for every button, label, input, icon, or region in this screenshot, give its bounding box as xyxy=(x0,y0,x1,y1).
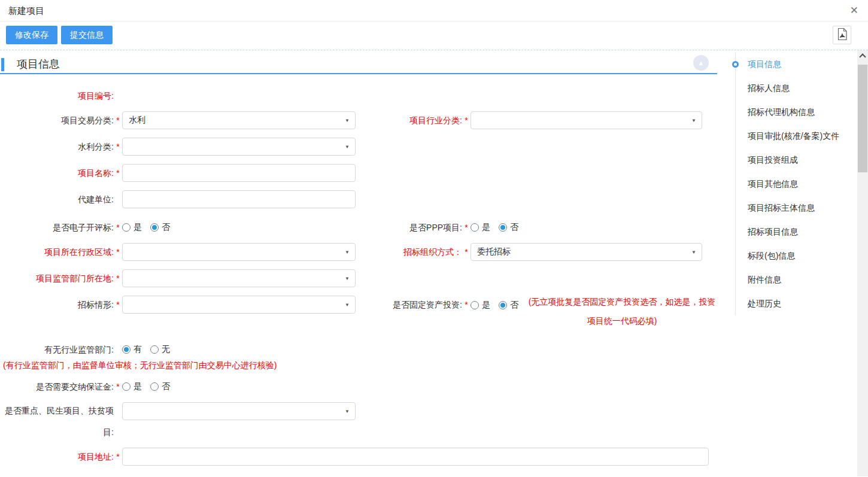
required-marker: * xyxy=(462,247,471,257)
required-marker: * xyxy=(114,223,122,232)
row-deposit: 是否需要交纳保证金: * 是 否 xyxy=(0,381,717,393)
nav-item-agency-info[interactable]: 招标代理机构信息 xyxy=(736,100,855,124)
ppp-yes-radio[interactable] xyxy=(471,223,479,232)
trade-category-value: 水利 xyxy=(129,115,145,126)
deposit-no-radio[interactable] xyxy=(150,382,159,391)
supervisor-location-select[interactable] xyxy=(122,269,356,287)
e-bid-open-no-label: 否 xyxy=(162,222,170,233)
trade-category-select[interactable]: 水利 xyxy=(122,111,356,129)
industry-supervisor-no-label: 无 xyxy=(162,344,170,355)
industry-supervisor-no-radio[interactable] xyxy=(150,345,159,354)
nav-item-approval-files[interactable]: 项目审批(核准/备案)文件 xyxy=(736,124,855,148)
row-bid-situation-fixed-asset: 招标情形: * 是否固定资产投资: * 是 否 (无立项批复是否固定资产投资选否… xyxy=(0,296,717,330)
required-marker: * xyxy=(114,274,122,283)
address-label: 项目地址: xyxy=(0,451,114,463)
bid-situation-label: 招标情形: xyxy=(0,296,114,314)
row-water-category: 水利分类: * xyxy=(0,138,717,156)
nav-item-project-info[interactable]: 项目信息 xyxy=(736,52,855,76)
org-mode-label: 招标组织方式： xyxy=(360,246,462,258)
section-accent-bar xyxy=(1,58,4,71)
pdf-file-icon xyxy=(836,28,848,42)
scrollbar-thumb[interactable] xyxy=(858,65,867,172)
build-agent-label: 代建单位: xyxy=(0,193,114,205)
fixed-asset-radio-group: 是 否 xyxy=(471,300,527,311)
toolbar: 修改保存 提交信息 xyxy=(0,22,868,50)
fixed-asset-no-label: 否 xyxy=(510,300,518,311)
nav-item-bid-subject[interactable]: 项目招标主体信息 xyxy=(736,196,855,220)
row-project-number: 项目编号: xyxy=(0,90,717,102)
row-region-orgmode: 项目所在行政区域: * 招标组织方式： * 委托招标 xyxy=(0,243,717,261)
ppp-label: 是否PPP项目: xyxy=(360,221,462,233)
required-marker: * xyxy=(114,116,122,125)
e-bid-open-yes-label: 是 xyxy=(133,222,142,233)
row-key-project: 是否重点、民生项目、扶贫项目: xyxy=(0,402,717,438)
org-mode-value: 委托招标 xyxy=(477,247,511,257)
nav-item-other-info[interactable]: 项目其他信息 xyxy=(736,172,855,196)
project-name-label: 项目名称: xyxy=(0,167,114,179)
pdf-export-button[interactable] xyxy=(833,26,851,44)
e-bid-open-no-radio[interactable] xyxy=(150,223,159,232)
nav-item-label: 招标人信息 xyxy=(748,83,790,93)
required-marker: * xyxy=(462,116,471,125)
industry-supervisor-yes-radio[interactable] xyxy=(122,345,130,354)
required-marker: * xyxy=(114,247,122,257)
nav-item-investment[interactable]: 项目投资组成 xyxy=(736,148,855,172)
nav-item-bidder-info[interactable]: 招标人信息 xyxy=(736,76,855,100)
industry-category-select[interactable] xyxy=(471,111,702,129)
ppp-no-radio[interactable] xyxy=(499,223,507,232)
nav-item-label: 招标代理机构信息 xyxy=(748,107,815,117)
row-address: 项目地址: * xyxy=(0,448,717,466)
admin-region-label: 项目所在行政区域: xyxy=(0,246,114,258)
industry-supervisor-label: 有无行业监管部门: xyxy=(0,344,114,356)
industry-supervisor-yes-label: 有 xyxy=(133,344,142,355)
nav-item-bid-project-info[interactable]: 招标项目信息 xyxy=(736,220,855,244)
address-input[interactable] xyxy=(122,448,709,466)
section-header: 项目信息 ▲ xyxy=(0,56,717,74)
required-marker: * xyxy=(114,168,122,178)
deposit-yes-radio[interactable] xyxy=(122,382,130,391)
row-project-name: 项目名称: * xyxy=(0,164,717,182)
project-name-input[interactable] xyxy=(122,164,356,182)
save-button[interactable]: 修改保存 xyxy=(6,26,57,44)
industry-supervisor-note: (有行业监管部门，由监督单位审核；无行业监管部门由交易中心进行核验) xyxy=(0,359,717,371)
section-title: 项目信息 xyxy=(17,57,60,71)
section-nav: 项目信息 招标人信息 招标代理机构信息 项目审批(核准/备案)文件 项目投资组成… xyxy=(735,52,855,315)
submit-button[interactable]: 提交信息 xyxy=(61,26,113,44)
nav-item-section-package[interactable]: 标段(包)信息 xyxy=(736,244,855,268)
deposit-yes-label: 是 xyxy=(133,381,142,392)
nav-item-label: 项目投资组成 xyxy=(748,155,798,165)
fixed-asset-yes-label: 是 xyxy=(482,300,490,311)
key-project-select[interactable] xyxy=(122,402,356,420)
collapse-section-button[interactable]: ▲ xyxy=(693,55,709,71)
row-build-agent: 代建单位: xyxy=(0,190,717,208)
required-marker: * xyxy=(114,296,122,314)
row-categories: 项目交易分类: * 水利 项目行业分类: * xyxy=(0,111,717,129)
project-number-label: 项目编号: xyxy=(0,90,114,102)
e-bid-open-radio-group: 是 否 xyxy=(122,222,178,233)
required-marker: * xyxy=(462,296,471,314)
nav-item-label: 项目招标主体信息 xyxy=(748,203,815,212)
admin-region-select[interactable] xyxy=(122,243,356,261)
build-agent-input[interactable] xyxy=(122,190,356,208)
nav-item-attachments[interactable]: 附件信息 xyxy=(736,268,855,291)
fixed-asset-no-radio[interactable] xyxy=(499,301,507,309)
dialog-titlebar: 新建项目 ✕ xyxy=(0,0,868,22)
project-info-form: 项目信息 ▲ 项目编号: 项目交易分类: * 水利 项目行业分类: * xyxy=(0,50,717,474)
vertical-scrollbar[interactable] xyxy=(857,50,868,476)
ppp-radio-group: 是 否 xyxy=(471,222,527,233)
ppp-yes-label: 是 xyxy=(482,222,490,233)
close-icon[interactable]: ✕ xyxy=(850,0,858,22)
org-mode-select[interactable]: 委托招标 xyxy=(471,243,702,261)
fixed-asset-yes-radio[interactable] xyxy=(471,301,479,309)
nav-item-history[interactable]: 处理历史 xyxy=(736,291,855,315)
deposit-label: 是否需要交纳保证金: xyxy=(0,381,114,393)
fixed-asset-note: (无立项批复是否固定资产投资选否，如选是，投资项目统一代码必填) xyxy=(527,292,717,330)
industry-category-label: 项目行业分类: xyxy=(360,114,462,126)
required-marker: * xyxy=(114,452,122,461)
e-bid-open-label: 是否电子开评标: xyxy=(0,221,114,233)
bid-situation-select[interactable] xyxy=(122,296,356,314)
nav-item-label: 项目信息 xyxy=(748,59,781,69)
scroll-up-icon[interactable] xyxy=(860,53,865,58)
e-bid-open-yes-radio[interactable] xyxy=(122,223,130,232)
water-category-select[interactable] xyxy=(122,138,356,156)
